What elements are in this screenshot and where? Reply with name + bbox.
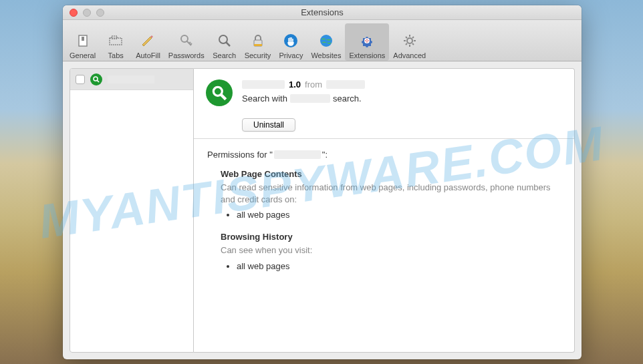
tab-label: Extensions <box>349 51 385 59</box>
permission-section-history: Browsing History Can see when you visit:… <box>221 232 561 270</box>
extension-title-row: 1.0 from <box>242 79 562 89</box>
extension-author-redacted <box>326 80 365 89</box>
uninstall-row: Uninstall <box>242 118 562 132</box>
desc-name-redacted <box>290 94 330 103</box>
extension-name-redacted <box>108 75 154 83</box>
key-icon <box>177 31 196 50</box>
hand-icon <box>281 31 300 50</box>
extension-icon-large <box>206 79 233 106</box>
svg-rect-1 <box>82 37 84 41</box>
tab-label: Websites <box>311 51 341 59</box>
permission-heading: Browsing History <box>221 232 561 242</box>
permissions-panel: Permissions for " ": Web Page Contents C… <box>194 139 574 294</box>
gear-icon <box>400 31 419 50</box>
tab-label: Advanced <box>393 51 426 59</box>
globe-icon <box>317 31 336 50</box>
tab-autofill[interactable]: AutoFill <box>132 23 164 61</box>
desc-prefix: Search with <box>242 94 287 104</box>
tab-label: Security <box>245 51 271 59</box>
permissions-title-suffix: ": <box>322 150 328 160</box>
permissions-title: Permissions for " ": <box>207 150 561 160</box>
svg-point-9 <box>320 35 332 47</box>
extension-version: 1.0 <box>289 79 301 89</box>
permission-item: all web pages <box>237 210 561 220</box>
preferences-window: Extensions General Tabs AutoFill Passwor… <box>63 5 582 359</box>
extension-icon <box>90 73 102 85</box>
puzzle-icon <box>358 31 376 50</box>
from-label: from <box>305 79 322 89</box>
tab-label: Privacy <box>279 51 303 59</box>
general-icon <box>74 31 92 50</box>
extension-name-redacted <box>242 80 285 89</box>
uninstall-button[interactable]: Uninstall <box>242 118 295 132</box>
permissions-name-redacted <box>274 150 321 159</box>
extension-info: 1.0 from Search with search. Uninstall <box>242 79 562 132</box>
lock-icon <box>249 31 267 50</box>
preferences-toolbar: General Tabs AutoFill Passwords Search <box>63 20 582 61</box>
permission-description: Can read sensitive information from web … <box>221 182 561 206</box>
tab-extensions[interactable]: Extensions <box>345 23 389 61</box>
window-title: Extensions <box>63 7 582 17</box>
extension-header: 1.0 from Search with search. Uninstall <box>194 69 574 139</box>
tab-privacy[interactable]: Privacy <box>275 23 307 61</box>
extensions-sidebar <box>70 68 194 353</box>
permission-heading: Web Page Contents <box>221 169 561 179</box>
content-area: 1.0 from Search with search. Uninstall <box>63 61 582 359</box>
tab-general[interactable]: General <box>66 23 100 61</box>
permission-list: all web pages <box>237 210 561 220</box>
extension-description: Search with search. <box>242 94 562 104</box>
svg-rect-7 <box>254 44 262 46</box>
permission-list: all web pages <box>237 261 561 271</box>
permissions-title-prefix: Permissions for " <box>207 150 273 160</box>
desc-suffix: search. <box>333 94 362 104</box>
svg-point-11 <box>407 38 412 43</box>
tab-websites[interactable]: Websites <box>307 23 345 61</box>
tab-label: AutoFill <box>136 51 160 59</box>
tabs-icon <box>106 31 125 50</box>
autofill-icon <box>138 31 157 50</box>
tab-passwords[interactable]: Passwords <box>164 23 209 61</box>
tab-security[interactable]: Security <box>241 23 275 61</box>
tab-label: Tabs <box>108 51 124 59</box>
permission-item: all web pages <box>237 261 561 271</box>
tab-label: General <box>70 51 96 59</box>
tab-tabs[interactable]: Tabs <box>100 23 132 61</box>
permission-section-webpage: Web Page Contents Can read sensitive inf… <box>221 169 561 220</box>
permission-description: Can see when you visit: <box>221 244 561 256</box>
extension-detail: 1.0 from Search with search. Uninstall <box>194 68 575 353</box>
tab-label: Passwords <box>168 51 205 59</box>
tab-advanced[interactable]: Advanced <box>389 23 430 61</box>
search-icon <box>215 31 234 50</box>
titlebar[interactable]: Extensions <box>63 5 582 20</box>
extension-enable-checkbox[interactable] <box>76 75 85 84</box>
tab-label: Search <box>213 51 236 59</box>
tab-search[interactable]: Search <box>209 23 241 61</box>
extension-list-item[interactable] <box>70 69 193 90</box>
svg-rect-3 <box>112 36 117 39</box>
